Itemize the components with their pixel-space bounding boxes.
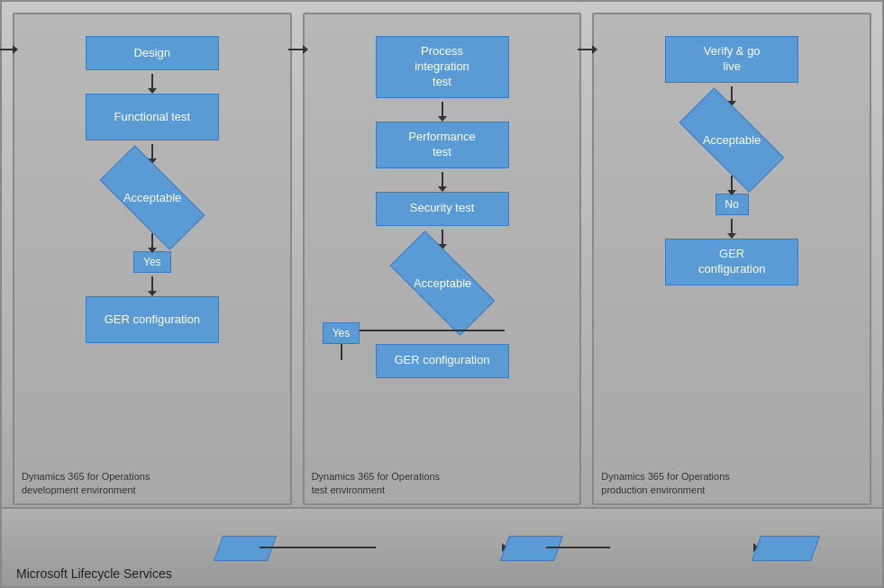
performance-test-box: Performance test <box>376 122 509 168</box>
ger2-row: GER configuration <box>314 344 571 378</box>
col1-flow: Design Functional test Acceptable Yes <box>23 36 281 343</box>
arrow-pi-perf <box>442 102 443 118</box>
acceptable-diamond-1: Acceptable <box>94 164 211 231</box>
arrow-sec-acceptable <box>442 230 443 246</box>
arrow-verify-acceptable <box>731 86 733 103</box>
yes-branch-2-area: Yes <box>314 317 571 344</box>
arrow-no-ger <box>731 219 733 235</box>
parallelogram-2 <box>505 536 559 561</box>
arrow-acceptable-yes1 <box>151 233 153 249</box>
col1-label: Dynamics 365 for Operations development … <box>22 470 283 496</box>
parallelogram-1 <box>218 536 272 561</box>
mls-label: Microsoft Lifecycle Services <box>16 566 172 581</box>
arrow-perf-sec <box>442 172 443 188</box>
col2-flow: Process integration test Performance tes… <box>314 36 571 378</box>
acceptable-diamond-3: Acceptable <box>673 106 790 174</box>
ger-box-3: GER configuration <box>665 239 798 285</box>
no-box: No <box>715 194 749 215</box>
entry-arrow-3 <box>578 45 597 54</box>
acceptable-diamond-2: Acceptable <box>384 249 501 317</box>
process-integration-box: Process integration test <box>376 36 509 98</box>
main-container: Design Functional test Acceptable Yes <box>0 0 884 588</box>
column-test: Process integration test Performance tes… <box>303 13 582 505</box>
col3-flow: Verify & go live Acceptable No GER confi… <box>603 36 861 285</box>
col2-label: Dynamics 365 for Operations test environ… <box>312 470 573 496</box>
design-box: Design <box>86 36 219 70</box>
columns-area: Design Functional test Acceptable Yes <box>13 13 871 505</box>
yes-box-2-wrapper: Yes <box>323 322 360 344</box>
verify-box: Verify & go live <box>665 36 798 83</box>
yes-box-2: Yes <box>323 322 360 344</box>
security-test-box: Security test <box>376 192 509 226</box>
arrow-functional-acceptable <box>151 144 153 160</box>
ger-box-2: GER configuration <box>376 344 509 378</box>
mls-arrow-2-3 <box>546 547 610 548</box>
entry-arrow-2 <box>288 45 308 54</box>
arrow-acceptable-no <box>731 176 733 192</box>
arrow-yes-ger1 <box>151 276 153 293</box>
mls-strip: Microsoft Lifecycle Services <box>2 507 882 586</box>
ger-box-1: GER configuration <box>86 296 219 343</box>
functional-test-box: Functional test <box>86 94 219 140</box>
column-dev: Design Functional test Acceptable Yes <box>13 13 292 505</box>
arrow-design-functional <box>151 74 153 90</box>
mls-arrow-1-2 <box>260 547 376 548</box>
entry-arrow-1 <box>0 45 18 54</box>
column-prod: Verify & go live Acceptable No GER confi… <box>592 13 871 505</box>
parallelogram-3 <box>759 536 813 561</box>
yes-box-1: Yes <box>133 251 171 273</box>
col3-label: Dynamics 365 for Operations production e… <box>601 470 862 496</box>
